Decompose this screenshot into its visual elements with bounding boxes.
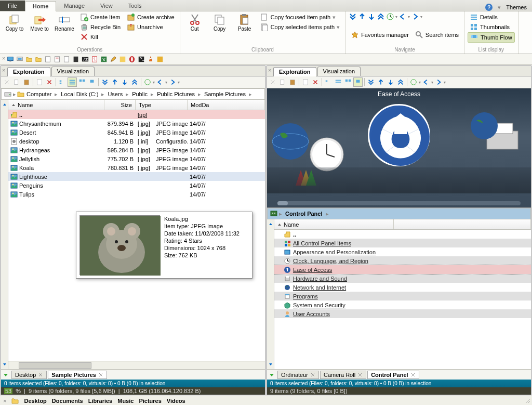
qa-folder2-icon[interactable] bbox=[34, 55, 43, 63]
footer-videos[interactable]: Videos bbox=[167, 398, 185, 404]
qa-desktop-icon[interactable] bbox=[6, 55, 15, 63]
tb-del-icon[interactable] bbox=[45, 77, 54, 87]
bc-c[interactable]: Local Disk (C:) bbox=[59, 90, 100, 98]
cp-row[interactable]: Hardware and Sound bbox=[274, 274, 531, 283]
tb-nav-expand-icon[interactable] bbox=[130, 77, 139, 87]
nav-forward-icon[interactable] bbox=[411, 12, 419, 21]
rbot-tab-cp[interactable]: Control Panel bbox=[367, 371, 419, 379]
bc-control-panel[interactable]: Control Panel bbox=[283, 210, 325, 218]
qa-computer-icon[interactable] bbox=[16, 55, 24, 63]
tab-tools[interactable]: Tools bbox=[121, 1, 150, 11]
tab-manage[interactable]: Manage bbox=[56, 1, 92, 11]
copy-focused-path-button[interactable]: Copy focused item path▾ bbox=[258, 12, 342, 22]
tb-nav-down-icon[interactable] bbox=[120, 77, 129, 87]
rtb-history-icon[interactable] bbox=[409, 77, 418, 87]
qa-doc2-icon[interactable] bbox=[53, 55, 61, 63]
qa-excel-icon[interactable]: X bbox=[100, 55, 108, 63]
qa-edit2-icon[interactable] bbox=[118, 55, 127, 63]
cp-row[interactable]: User Accounts bbox=[274, 309, 531, 318]
qa-7z-icon[interactable]: 7z bbox=[81, 55, 89, 63]
cp-row[interactable]: All Control Panel Items bbox=[274, 239, 531, 247]
left-tab-exploration[interactable]: Exploration bbox=[7, 67, 50, 76]
tb-view3-icon[interactable] bbox=[77, 77, 87, 87]
col-name[interactable]: Name bbox=[8, 100, 104, 110]
details-button[interactable]: Details bbox=[468, 12, 515, 22]
tree-collapse-icon[interactable] bbox=[2, 102, 7, 107]
file-row[interactable]: Tulips14/07/ bbox=[8, 190, 265, 199]
rtb-view3-icon[interactable] bbox=[343, 77, 353, 87]
right-file-list[interactable]: .. All Control Panel ItemsAppearance and… bbox=[274, 230, 531, 369]
qa-folder-icon[interactable] bbox=[25, 55, 33, 63]
bc-sample[interactable]: Sample Pictures bbox=[202, 90, 248, 98]
file-row[interactable]: Lighthouse14/07/ bbox=[8, 172, 265, 181]
cp-row[interactable]: Appearance and Personalization bbox=[274, 247, 531, 256]
file-row[interactable]: Koala780.831 B[.jpg]JPEG image14/07/ bbox=[8, 163, 265, 172]
nav-back-icon[interactable] bbox=[398, 12, 407, 21]
col-type[interactable]: Type bbox=[136, 100, 188, 110]
cp-row[interactable]: System and Security bbox=[274, 301, 531, 309]
rtb-new-icon[interactable] bbox=[301, 77, 310, 87]
tb-view2-icon[interactable] bbox=[68, 77, 77, 87]
rtb-nav-collapse-icon[interactable] bbox=[366, 77, 376, 87]
create-item-button[interactable]: Create Item bbox=[78, 12, 123, 22]
rbot-tab-camera[interactable]: Camera Roll bbox=[320, 371, 366, 379]
rtabs-expand-icon[interactable] bbox=[269, 372, 275, 378]
rtb-view1-icon[interactable] bbox=[324, 77, 333, 87]
file-row[interactable]: Chrysanthemum879.394 B[.jpg]JPEG image14… bbox=[8, 119, 265, 128]
resize-grip-icon[interactable] bbox=[525, 398, 531, 404]
tb-forward-icon[interactable] bbox=[168, 77, 177, 87]
nav-up-icon[interactable] bbox=[358, 12, 366, 21]
rtb-nav-expand-icon[interactable] bbox=[396, 77, 405, 87]
qa-doc3-icon[interactable] bbox=[62, 55, 71, 63]
file-row[interactable]: Hydrangeas595.284 B[.jpg]JPEG image14/07… bbox=[8, 146, 265, 154]
qa-pdf-icon[interactable] bbox=[90, 55, 99, 63]
rtb-nav-up-icon[interactable] bbox=[376, 77, 385, 87]
file-row[interactable]: Desert845.941 B[.jpg]JPEG image14/07/ bbox=[8, 128, 265, 137]
cp-row[interactable]: Network and Internet bbox=[274, 283, 531, 292]
file-row[interactable]: Penguins14/07/ bbox=[8, 181, 265, 190]
cp-up-row[interactable]: .. bbox=[274, 230, 531, 239]
move-to-button[interactable]: Move to bbox=[28, 12, 51, 33]
left-tab-visualization[interactable]: Visualization bbox=[51, 67, 95, 76]
kill-button[interactable]: Kill bbox=[78, 32, 123, 42]
paste-button[interactable]: Paste bbox=[233, 12, 256, 33]
help-icon[interactable]: ? bbox=[485, 4, 493, 11]
col-size[interactable]: Size bbox=[104, 100, 136, 110]
tabs-expand-icon[interactable] bbox=[3, 372, 9, 378]
favorites-manager-button[interactable]: Favorites manager bbox=[349, 30, 411, 40]
file-row[interactable]: Jellyfish775.702 B[.jpg]JPEG image14/07/ bbox=[8, 154, 265, 163]
footer-libraries[interactable]: Libraries bbox=[88, 398, 112, 404]
tab-view[interactable]: View bbox=[92, 1, 121, 11]
footer-music[interactable]: Music bbox=[117, 398, 134, 404]
tb-new-icon[interactable] bbox=[35, 77, 44, 87]
left-file-list[interactable]: .. [up] Chrysanthemum879.394 B[.jpg]JPEG… bbox=[8, 110, 265, 361]
right-breadcrumb[interactable]: ▸ Control Panel ▸ bbox=[267, 208, 531, 219]
cp-row[interactable]: Clock, Language, and Region bbox=[274, 256, 531, 265]
copy-button[interactable]: Copy bbox=[208, 12, 231, 33]
footer-pictures[interactable]: Pictures bbox=[139, 398, 161, 404]
rtree-collapse-icon[interactable] bbox=[268, 221, 273, 227]
rtb-forward-icon[interactable] bbox=[434, 77, 443, 87]
nav-history-icon[interactable] bbox=[386, 12, 394, 21]
rtb-paste-icon[interactable] bbox=[288, 77, 297, 87]
copy-to-button[interactable]: Copy to bbox=[3, 12, 26, 33]
bc-public[interactable]: Public bbox=[130, 90, 150, 98]
rtb-copy-icon[interactable] bbox=[278, 77, 287, 87]
recycle-bin-button[interactable]: Recycle Bin bbox=[78, 22, 123, 32]
rename-button[interactable]: Rename bbox=[53, 12, 76, 33]
tb-cut-icon[interactable] bbox=[2, 77, 11, 87]
close-icon[interactable] bbox=[410, 372, 416, 377]
tab-home[interactable]: Home bbox=[25, 1, 57, 11]
thumbnails-button[interactable]: Thumbnails bbox=[468, 22, 515, 32]
rcol-name[interactable]: Name bbox=[274, 219, 394, 229]
file-row[interactable]: desktop1.120 B[.ini]Configuratio...14/07… bbox=[8, 137, 265, 146]
bot-tab-desktop[interactable]: Desktop bbox=[11, 371, 47, 379]
tb-copy-icon[interactable] bbox=[12, 77, 21, 87]
themes-button[interactable]: Themes bbox=[506, 4, 527, 10]
qa-opera-icon[interactable] bbox=[128, 55, 136, 63]
bc-pubpics[interactable]: Public Pictures bbox=[155, 90, 197, 98]
close-icon[interactable] bbox=[38, 372, 43, 377]
qa-vlc-icon[interactable] bbox=[147, 55, 155, 63]
tb-view4-icon[interactable] bbox=[87, 77, 97, 87]
up-row[interactable]: .. [up] bbox=[8, 110, 265, 119]
